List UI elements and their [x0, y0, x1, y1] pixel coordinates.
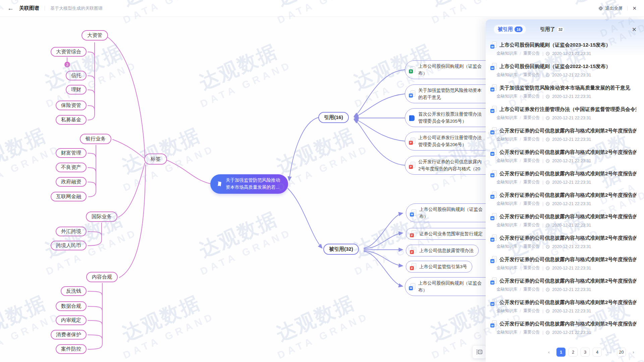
cited-branch-node[interactable]: 被引用(32): [323, 244, 359, 255]
list-item[interactable]: W 上市公司证券发行注册管理办法（中国证券监督管理委员会令第2... 金融知识库…: [486, 103, 644, 125]
doc-node[interactable]: P 证券公司业务范围审批暂行规定: [406, 228, 493, 240]
doc-title: 公开发行证券的公司信息披露内容与格式准则第2号年度报告的内...: [499, 128, 636, 134]
exit-fullscreen-icon: [598, 6, 603, 11]
tab-cites[interactable]: 引用了 32: [540, 26, 564, 33]
tag-node-nei-rong-he-gui[interactable]: 内容合规: [86, 272, 118, 282]
page-ellipsis[interactable]: ···: [605, 348, 614, 357]
citation-list: W 上市公司股份回购规则（证监会2023-12-15发布） 金融知识库/重要公告…: [486, 39, 644, 339]
word-doc-icon: W: [490, 299, 497, 306]
tag-node-yin-hang-ye-wu[interactable]: 银行业务: [80, 134, 111, 144]
clock-icon: [546, 202, 550, 206]
doc-meta: 金融知识库/重要公告|2020-12-21 22:23:31: [496, 136, 639, 142]
list-item[interactable]: W 公开发行证券的公司信息披露内容与格式准则第2号年度报告的内... 金融知识库…: [486, 210, 644, 232]
tag-leaf[interactable]: 跨境人民币: [51, 241, 87, 250]
cite-branch-node[interactable]: 引用(16): [318, 112, 349, 123]
sheet-doc-icon: S: [409, 66, 415, 73]
collapsed-count-badge[interactable]: 3: [64, 62, 70, 67]
clock-icon: [546, 73, 550, 77]
clock-icon: [546, 95, 550, 99]
tag-leaf[interactable]: 信托: [66, 71, 87, 80]
page-subtitle: 基于大模型生成的关联图谱: [50, 5, 103, 11]
app-root: ← 关联图谱 基于大模型生成的关联图谱 退出全屏 ✕: [0, 0, 644, 362]
doc-node[interactable]: P 上市公司信息披露管理办法: [406, 245, 479, 256]
tag-node-guo-ji-ye-wu[interactable]: 国际业务: [86, 212, 117, 222]
doc-title: 公开发行证券的公司信息披露内容与格式准则第2号年度报告的内...: [499, 235, 636, 241]
tab-cited-by[interactable]: 被引用 16: [494, 25, 526, 34]
clock-icon: [546, 309, 550, 313]
list-item[interactable]: W 上市公司股份回购规则（证监会2023-12-15发布） 金融知识库/重要公告…: [486, 39, 644, 60]
tag-leaf[interactable]: 理财: [66, 85, 87, 95]
doc-title: 关于加强监管防范风险推动资本市场高质量发展的若干意见: [499, 85, 636, 91]
tag-leaf[interactable]: 外汇跨境: [56, 227, 87, 236]
tag-leaf[interactable]: 财富管理: [56, 148, 87, 158]
list-item[interactable]: W 公开发行证券的公司信息披露内容与格式准则第2号年度报告的内... 金融知识库…: [486, 275, 644, 296]
word-doc-icon: W: [490, 149, 497, 156]
back-button[interactable]: ←: [7, 5, 14, 12]
tag-leaf[interactable]: 互联网金融: [51, 192, 87, 201]
page-button-3[interactable]: 3: [581, 348, 590, 357]
tag-leaf[interactable]: 保险资管: [56, 101, 87, 110]
tag-leaf[interactable]: 数据合规: [56, 301, 87, 311]
word-doc-icon: W: [490, 235, 497, 242]
panel-close-button[interactable]: ✕: [632, 26, 637, 33]
word-doc-icon: W: [490, 106, 497, 113]
list-item[interactable]: W 公开发行证券的公司信息披露内容与格式准则第2号年度报告的内... 金融知识库…: [486, 125, 644, 146]
ppt-doc-icon: P: [409, 138, 415, 145]
tag-hub-node[interactable]: 标签: [144, 154, 167, 165]
next-page-button[interactable]: ›: [629, 348, 638, 357]
minimap-toggle-button[interactable]: [472, 345, 486, 359]
list-item[interactable]: W 公开发行证券的公司信息披露内容与格式准则第2号年度报告的内... 金融知识库…: [486, 253, 644, 275]
pagination: ‹ 1 2 3 4 ··· 20 ›: [544, 348, 638, 357]
list-item[interactable]: W 上市公司股份回购规则（证监会2022-12-15发布） 金融知识库/重要公告…: [486, 60, 644, 82]
ppt-doc-icon: P: [410, 247, 416, 254]
doc-title: 上市公司股份回购规则（证监会2023-12-15发布）: [499, 42, 636, 48]
doc-title: 公开发行证券的公司信息披露内容与格式准则第2号年度报告的内...: [499, 278, 636, 284]
header-divider: [627, 6, 628, 11]
tag-leaf[interactable]: 反洗钱: [61, 286, 87, 296]
list-item[interactable]: W 公开发行证券的公司信息披露内容与格式准则第2号年度报告的内... 金融知识库…: [486, 232, 644, 253]
book-doc-icon: [409, 114, 415, 121]
clock-icon: [546, 223, 550, 227]
clock-icon: [546, 266, 550, 270]
page-button-1[interactable]: 1: [556, 348, 566, 357]
doc-meta: 金融知识库/重要公告|2020-12-21 22:23:31: [496, 94, 639, 99]
doc-meta: 金融知识库/重要公告|2020-12-21 22:23:31: [496, 265, 639, 271]
word-doc-icon: W: [490, 127, 497, 134]
list-item[interactable]: W 公开发行证券的公司信息披露内容与格式准则第2号年度报告的内... 金融知识库…: [486, 318, 644, 339]
tag-leaf[interactable]: 案件防控: [56, 344, 87, 354]
window-close-button[interactable]: ✕: [632, 5, 637, 11]
ppt-doc-icon: P: [409, 162, 415, 169]
tag-leaf[interactable]: 内审规定: [56, 315, 87, 325]
prev-page-button[interactable]: ‹: [544, 348, 553, 357]
word-doc-icon: W: [490, 320, 497, 327]
clock-icon: [546, 52, 550, 56]
list-item[interactable]: W 公开发行证券的公司信息披露内容与格式准则第2号年度报告的内... 金融知识库…: [486, 146, 644, 168]
list-item[interactable]: W 公开发行证券的公司信息披露内容与格式准则第2号年度报告的内... 金融知识库…: [486, 168, 644, 189]
page-title: 关联图谱: [19, 5, 39, 11]
doc-title: 公开发行证券的公司信息披露内容与格式准则第2号年度报告的内...: [499, 321, 636, 327]
tag-leaf[interactable]: 大资管综合: [51, 47, 87, 57]
tag-leaf[interactable]: 私募基金: [56, 115, 87, 125]
list-item[interactable]: W 公开发行证券的公司信息披露内容与格式准则第2号年度报告的内... 金融知识库…: [486, 189, 644, 210]
page-button-4[interactable]: 4: [593, 348, 602, 357]
page-button-2[interactable]: 2: [569, 348, 578, 357]
doc-meta: 金融知识库/重要公告|2020-12-21 22:23:31: [496, 158, 639, 164]
clock-icon: [546, 116, 550, 120]
word-doc-icon: W: [490, 170, 497, 177]
tag-leaf[interactable]: 消费者保护: [51, 330, 87, 340]
doc-node[interactable]: P 上市公司监管指引第3号: [406, 261, 472, 273]
page-button-20[interactable]: 20: [617, 348, 626, 357]
doc-title: 公开发行证券的公司信息披露内容与格式准则第2号年度报告的内...: [499, 171, 636, 177]
list-item[interactable]: W 公开发行证券的公司信息披露内容与格式准则第2号年度报告的内... 金融知识库…: [486, 296, 644, 318]
doc-title: 上市公司股份回购规则（证监会2022-12-15发布）: [499, 63, 636, 70]
exit-fullscreen-button[interactable]: 退出全屏: [598, 5, 623, 11]
tag-leaf[interactable]: 不良资产: [56, 163, 87, 172]
doc-meta: 金融知识库/重要公告|2020-12-21 22:23:31: [496, 287, 639, 292]
doc-title: 公开发行证券的公司信息披露内容与格式准则第2号年度报告的内...: [499, 149, 636, 156]
clock-icon: [546, 288, 550, 292]
tag-leaf[interactable]: 政府融资: [56, 177, 87, 187]
main-document-node[interactable]: 关于加强监管防范风险推动资本市场高质量发展的若...: [210, 174, 288, 194]
tag-node-da-zi-guan[interactable]: 大资管: [82, 30, 108, 41]
list-item[interactable]: W 关于加强监管防范风险推动资本市场高质量发展的若干意见 金融知识库/重要公告|…: [486, 82, 644, 103]
ppt-doc-icon: P: [410, 230, 416, 237]
